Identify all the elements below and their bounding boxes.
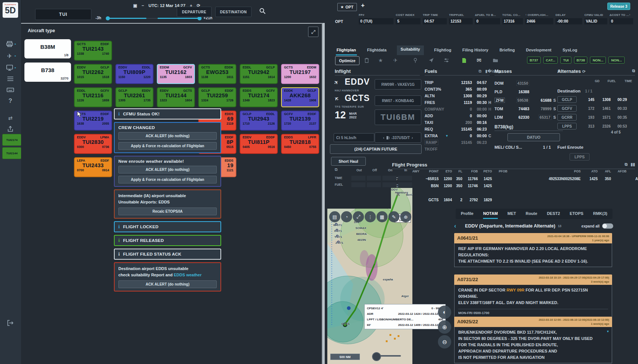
tag-badge[interactable]: B737 xyxy=(527,57,541,64)
expand-all-toggle[interactable] xyxy=(602,223,613,229)
main-tab[interactable]: Flightlog xyxy=(433,46,452,54)
map-scale-slider[interactable] xyxy=(372,352,381,361)
flight-tile[interactable]: EDDVGCTS TUI2144 13231604 xyxy=(157,87,195,107)
copy-icon[interactable]: ⧉ xyxy=(625,162,628,167)
flight-tile[interactable]: EDDVGCLP TUI2262 10151518 xyxy=(74,64,112,84)
mass-row[interactable]: TOM 74483 78999 S xyxy=(494,105,556,112)
mass-row[interactable]: DOM 43150 xyxy=(494,80,556,87)
range-slider-left-track[interactable] xyxy=(109,18,146,19)
airline-filter-button[interactable]: TUI xyxy=(35,9,91,20)
contrast-icon[interactable]: ◐ xyxy=(438,306,451,319)
metric-column[interactable]: DELAY -00:00 xyxy=(556,13,584,24)
price-next-arrow[interactable]: › xyxy=(412,136,413,140)
main-tab[interactable]: Flightdata xyxy=(367,46,388,54)
fuel-row[interactable]: TRIP 12153 04:57 xyxy=(425,79,491,86)
ack-alert-button[interactable]: ACK ALERT (do nothing) xyxy=(118,166,217,173)
fuel-row[interactable]: CONT3% 365 00:09 xyxy=(425,86,491,92)
alternate-airport-button[interactable]: GCFV xyxy=(557,105,577,112)
layers-icon[interactable]: ▤ xyxy=(329,211,340,222)
notam-card[interactable]: A0925/22 2022-03-10 12:00 - 2022-06-10 1… xyxy=(454,317,612,363)
alternate-airport-button[interactable]: GCRR xyxy=(557,114,577,121)
progress-row[interactable]: ACT. ~65R15 1200 350 11766 1425 492533N0… xyxy=(392,175,638,182)
globe-icon[interactable]: ⊕ xyxy=(400,211,411,222)
price-prev-arrow[interactable]: ‹ xyxy=(383,136,384,140)
fuel-row[interactable]: ALTN 1308 00:29 xyxy=(425,92,491,99)
folder-icon[interactable] xyxy=(491,56,499,64)
chart-icon[interactable]: ▮▮ xyxy=(631,162,635,167)
burn-rate-field[interactable]: Ct 5 hLbs/h xyxy=(334,133,374,142)
fuel-row[interactable]: EXTRA ▾ 0 00:00 C xyxy=(425,132,491,139)
departure-runway-field[interactable]: RW09R - VAXEV1G xyxy=(375,79,421,90)
metric-column[interactable]: FP# 0 (TUI) xyxy=(359,13,396,24)
briefing-tab[interactable]: Route xyxy=(526,209,537,219)
sidebar-item-monitor[interactable]: ▸ xyxy=(4,63,16,73)
flight-tile[interactable]: GCLPEDDF TUI2259 13241726 xyxy=(198,87,236,107)
metric-column[interactable]: ↑ OVERFLIGH... 2466 xyxy=(525,13,556,24)
tag-badge[interactable]: B738 xyxy=(574,57,588,64)
metric-column[interactable]: TRIP TIME 04:57 xyxy=(423,13,449,24)
briefing-tab[interactable]: MET xyxy=(507,209,516,219)
apply-recalc-button[interactable]: Apply & Force re-calculation of Flightpl… xyxy=(118,142,217,150)
flight-tile[interactable]: EDDMGCFV TUI2162 11351603 xyxy=(157,64,195,84)
apply-recalc-button[interactable]: Apply & Force re-calculation of Flightpl… xyxy=(118,176,217,183)
main-tab[interactable]: Briefing xyxy=(499,46,516,54)
flight-tile[interactable]: GCTSEDDF TUI2143 13381740 xyxy=(74,41,112,61)
refresh-icon[interactable]: ⟳ xyxy=(582,69,585,74)
kebab-menu-icon[interactable]: ⋮ xyxy=(365,211,376,222)
mass-row[interactable]: LDM 62330 65317 S xyxy=(494,114,556,121)
copy-icon[interactable]: ⧉ xyxy=(632,68,635,73)
main-tab[interactable]: SysLog xyxy=(562,46,578,54)
metric-column[interactable]: CFMU VALID VALID xyxy=(584,13,610,24)
main-tab[interactable]: Suitability xyxy=(397,46,424,55)
sidebar-item-flights[interactable]: ✈ ▸ xyxy=(4,51,16,61)
briefing-tab[interactable]: NOTAM xyxy=(483,209,498,219)
alternate-airport-button[interactable]: LPPS xyxy=(557,123,577,129)
main-tab[interactable]: Development xyxy=(525,46,552,54)
pie-chart-icon[interactable]: ◔ xyxy=(341,211,352,222)
flight-tile[interactable]: LEPAEDDF TUI2433 07000914 xyxy=(74,157,112,177)
help-icon[interactable]: ? xyxy=(5,96,16,106)
filter-sliders-icon[interactable] xyxy=(442,56,450,64)
expand-icon[interactable]: ⤢ xyxy=(308,27,318,37)
main-tab[interactable]: Filing History xyxy=(462,46,489,54)
mass-row[interactable]: ZFM 59538 61688 S xyxy=(494,97,556,104)
aircraft-type-card[interactable]: B738 32/70 xyxy=(24,63,71,82)
metric-column[interactable]: COST INDEX 5 xyxy=(396,13,423,24)
flight-tile[interactable]: EDDVEDDF TUI811P 04050516 xyxy=(240,134,278,154)
add-plan-button[interactable]: + xyxy=(361,2,365,9)
flight-tile[interactable]: EDDLGCLP TUI2942 11511614 xyxy=(240,64,278,84)
destination-button[interactable]: DESTINATION xyxy=(215,7,252,17)
briefing-tab[interactable]: DEST2 xyxy=(547,209,560,219)
briefing-tab[interactable]: ETOPS xyxy=(570,209,583,219)
opt-profile-button[interactable]: ★ OPT xyxy=(337,3,357,11)
progress-row[interactable]: LAND GCTS 1604 2 2792 1829 xyxy=(392,196,638,203)
flight-tile[interactable]: GCLPEDDL TUI2943 17102126 xyxy=(240,111,278,131)
sidebar-item-devices[interactable]: ▸ xyxy=(4,39,16,49)
fuel-row[interactable]: TKOFF xyxy=(425,146,491,152)
callsign-field[interactable]: TUI6BM xyxy=(375,109,421,125)
notam-card[interactable]: A0731/22 2022-03-18 10:19 - 2022-04-29 1… xyxy=(454,274,612,317)
sidebar-flight-shortcut[interactable]: TUI2174 xyxy=(2,134,21,146)
tag-badge[interactable]: NON... xyxy=(590,57,606,64)
flight-tile[interactable]: EDDSGCFV TUI2174 13491823 xyxy=(240,87,278,107)
pencil-icon[interactable]: ✎ xyxy=(388,211,399,222)
fuel-row[interactable]: REQ 15145 06:23 xyxy=(425,126,491,132)
alternates-more-label[interactable]: 4 of 5 xyxy=(611,130,621,134)
departure-button[interactable]: DEPARTURE xyxy=(177,7,212,17)
aircraft-type-card[interactable]: B38M 1/8 xyxy=(24,39,71,58)
plane-icon[interactable]: ✈ xyxy=(391,56,399,64)
flight-tile[interactable]: GCTSEDDM TUI2197 12001632 xyxy=(281,64,319,84)
flight-tile[interactable]: EDDVLPMA TUI2830 03000736 xyxy=(74,134,112,154)
time-minus-button[interactable]: − xyxy=(142,3,144,8)
oooi-time-cells[interactable] xyxy=(351,175,413,182)
send-icon[interactable] xyxy=(427,56,435,64)
calendar-icon[interactable]: ▣ xyxy=(133,3,137,8)
range-slider-right-track[interactable] xyxy=(158,18,199,19)
ack-alert-button[interactable]: ACK ALERT (do nothing) xyxy=(118,280,217,288)
app-logo[interactable]: FLIGHTKEYS 5D xyxy=(3,2,18,18)
short-haul-button[interactable]: Short Haul xyxy=(331,157,366,166)
logout-icon[interactable] xyxy=(5,318,16,328)
grid-icon[interactable]: ▦ xyxy=(377,211,388,222)
chevron-down-icon[interactable]: ▾ xyxy=(607,329,609,333)
recalc-etops-button[interactable]: Recalc ETOPS/IA xyxy=(118,208,217,215)
